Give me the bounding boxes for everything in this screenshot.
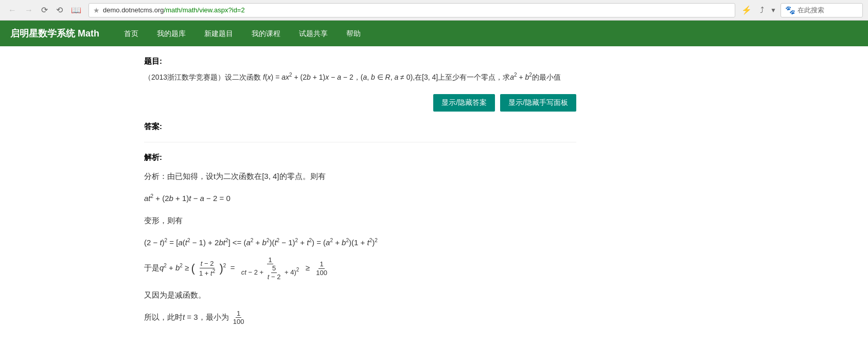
site-title: 启明星数学系统 Math bbox=[10, 27, 99, 40]
question-label: 题目: bbox=[144, 57, 576, 66]
reload-button[interactable]: ⟲ bbox=[53, 4, 66, 16]
nav-bar: 启明星数学系统 Math 首页 我的题库 新建题目 我的课程 试题共享 帮助 bbox=[0, 21, 868, 46]
therefore-text: 所以，此时t = 3，最小为 1 100 bbox=[144, 308, 576, 326]
refresh-button[interactable]: ⟳ bbox=[38, 4, 51, 16]
show-handwriting-button[interactable]: 显示/隐藏手写面板 bbox=[500, 94, 576, 112]
nav-item-newproblem[interactable]: 新建题目 bbox=[195, 21, 242, 46]
deformation-text: 变形，则有 bbox=[144, 212, 576, 229]
equation-1: at2 + (2b + 1)t − a − 2 = 0 bbox=[144, 190, 576, 207]
url-text: demo.dotnetcms.org/math/math/view.aspx?i… bbox=[103, 6, 731, 14]
question-section: 题目: （2013浙江数学竞赛题）设二次函数 f(x) = ax2 + (2b … bbox=[144, 57, 576, 84]
button-row: 显示/隐藏答案 显示/隐藏手写面板 bbox=[144, 94, 576, 112]
show-answer-button[interactable]: 显示/隐藏答案 bbox=[433, 94, 495, 112]
nav-item-home[interactable]: 首页 bbox=[115, 21, 148, 46]
nav-menu: 首页 我的题库 新建题目 我的课程 试题共享 帮助 bbox=[115, 21, 370, 46]
back-button[interactable]: ← bbox=[5, 5, 20, 16]
nav-item-share[interactable]: 试题共享 bbox=[290, 21, 337, 46]
nav-item-myproblems[interactable]: 我的题库 bbox=[148, 21, 195, 46]
search-area[interactable]: 🐾 在此搜索 bbox=[781, 3, 863, 17]
answer-label: 答案: bbox=[144, 122, 576, 132]
equation-2: (2 − t)2 = [a(t2 − 1) + 2bt2] <= (a2 + b… bbox=[144, 234, 576, 251]
bookmarks-button[interactable]: 📖 bbox=[68, 4, 84, 16]
search-placeholder-text: 在此搜索 bbox=[798, 6, 824, 15]
analysis-label: 解析: bbox=[144, 153, 576, 162]
forward-button[interactable]: → bbox=[22, 5, 36, 16]
address-bar[interactable]: ★ demo.dotnetcms.org/math/math/view.aspx… bbox=[88, 3, 735, 17]
star-icon: ★ bbox=[93, 6, 100, 14]
because-text: 又因为是减函数。 bbox=[144, 286, 576, 303]
equation-3: 于是q2 + b2 ≥ ( t − 2 1 + t2 )2 = 1 ct − 2… bbox=[144, 256, 576, 281]
analysis-intro: 分析：由已知得，设t为二次函数在[3, 4]的零点。则有 bbox=[144, 168, 576, 185]
search-dog-icon: 🐾 bbox=[785, 5, 795, 15]
dropdown-icon: ▼ bbox=[770, 7, 776, 14]
share-icon: ⤴ bbox=[760, 6, 764, 15]
question-text: （2013浙江数学竞赛题）设二次函数 f(x) = ax2 + (2b + 1)… bbox=[144, 70, 576, 84]
nav-item-mycourse[interactable]: 我的课程 bbox=[242, 21, 290, 46]
main-content: 题目: （2013浙江数学竞赛题）设二次函数 f(x) = ax2 + (2b … bbox=[0, 46, 720, 341]
divider bbox=[144, 142, 576, 142]
browser-chrome: ← → ⟳ ⟲ 📖 ★ demo.dotnetcms.org/math/math… bbox=[0, 0, 868, 21]
answer-section: 答案: bbox=[144, 122, 576, 132]
thunder-icon: ⚡ bbox=[741, 5, 752, 15]
nav-item-help[interactable]: 帮助 bbox=[337, 21, 370, 46]
nav-buttons: ← → ⟳ ⟲ 📖 bbox=[5, 4, 84, 16]
analysis-section: 解析: 分析：由已知得，设t为二次函数在[3, 4]的零点。则有 at2 + (… bbox=[144, 153, 576, 326]
